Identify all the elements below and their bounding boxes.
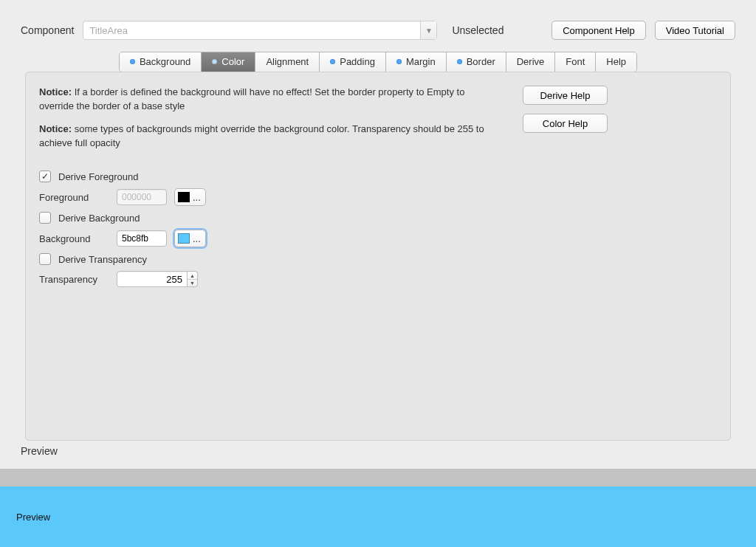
- derive-transparency-label: Derive Transparency: [58, 254, 147, 265]
- foreground-color-picker[interactable]: ...: [174, 188, 206, 206]
- tab-background[interactable]: Background: [120, 52, 202, 72]
- preview-block: Preview: [0, 469, 756, 547]
- background-color-picker[interactable]: ...: [174, 230, 206, 247]
- component-combobox[interactable]: ▼: [83, 21, 437, 40]
- component-help-button[interactable]: Component Help: [551, 21, 646, 40]
- component-input[interactable]: [83, 21, 420, 39]
- derive-help-button[interactable]: Derive Help: [523, 86, 608, 105]
- component-dropdown-button[interactable]: ▼: [420, 21, 436, 39]
- color-panel: Notice: If a border is defined the backg…: [25, 72, 731, 441]
- tab-font[interactable]: Font: [555, 52, 596, 72]
- preview-section-label: Preview: [21, 445, 58, 457]
- preview-gray-strip: [0, 469, 756, 486]
- tab-label: Margin: [406, 56, 436, 67]
- modified-dot-icon: [212, 59, 217, 64]
- derive-background-checkbox[interactable]: [39, 212, 51, 224]
- tab-label: Alignment: [266, 56, 309, 67]
- tab-margin[interactable]: Margin: [386, 52, 447, 72]
- ellipsis-icon: ...: [193, 192, 201, 203]
- derive-foreground-checkbox[interactable]: ✓: [39, 171, 51, 182]
- tab-label: Color: [221, 56, 244, 67]
- notice-1: Notice: If a border is defined the backg…: [39, 86, 497, 114]
- notice-2: Notice: some types of backgrounds might …: [39, 123, 497, 151]
- modified-dot-icon: [130, 59, 135, 64]
- derive-transparency-checkbox[interactable]: [39, 253, 51, 265]
- derive-background-label: Derive Background: [58, 213, 140, 224]
- component-field-label: Component: [21, 24, 74, 36]
- video-tutorial-button[interactable]: Video Tutorial: [655, 21, 735, 40]
- tab-alignment[interactable]: Alignment: [255, 52, 320, 72]
- transparency-label: Transparency: [39, 274, 109, 285]
- modified-dot-icon: [396, 59, 402, 64]
- tab-label: Font: [566, 56, 585, 67]
- color-help-button[interactable]: Color Help: [523, 114, 608, 133]
- tab-label: Derive: [517, 56, 545, 67]
- tab-color[interactable]: Color: [202, 52, 255, 72]
- modified-dot-icon: [330, 59, 335, 64]
- chevron-down-icon: ▼: [425, 27, 433, 35]
- header-row: Component ▼ Unselected Component Help Vi…: [0, 0, 756, 49]
- foreground-input[interactable]: [117, 189, 167, 205]
- tab-border[interactable]: Border: [447, 52, 506, 72]
- tab-label: Background: [140, 56, 190, 67]
- tab-bar: BackgroundColorAlignmentPaddingMarginBor…: [0, 52, 756, 72]
- transparency-spinner[interactable]: ▲ ▼: [117, 271, 198, 287]
- tab-padding[interactable]: Padding: [320, 52, 386, 72]
- transparency-input[interactable]: [117, 271, 188, 287]
- preview-inner-label: Preview: [16, 512, 50, 523]
- preview-color-area: Preview: [0, 486, 756, 547]
- background-input[interactable]: [117, 230, 167, 247]
- spinner-down-icon[interactable]: ▼: [188, 280, 197, 287]
- tab-derive[interactable]: Derive: [506, 52, 556, 72]
- foreground-swatch-icon: [178, 192, 190, 202]
- spinner-up-icon[interactable]: ▲: [188, 272, 197, 280]
- background-label: Background: [39, 233, 109, 244]
- modified-dot-icon: [457, 59, 462, 64]
- tab-label: Padding: [340, 56, 375, 67]
- tab-label: Border: [467, 56, 495, 67]
- ellipsis-icon: ...: [193, 233, 201, 244]
- tab-label: Help: [606, 56, 626, 67]
- unselected-label: Unselected: [452, 24, 504, 36]
- background-swatch-icon: [178, 233, 190, 244]
- derive-foreground-label: Derive Foreground: [58, 171, 138, 182]
- foreground-label: Foreground: [39, 192, 109, 203]
- tab-help[interactable]: Help: [596, 52, 636, 72]
